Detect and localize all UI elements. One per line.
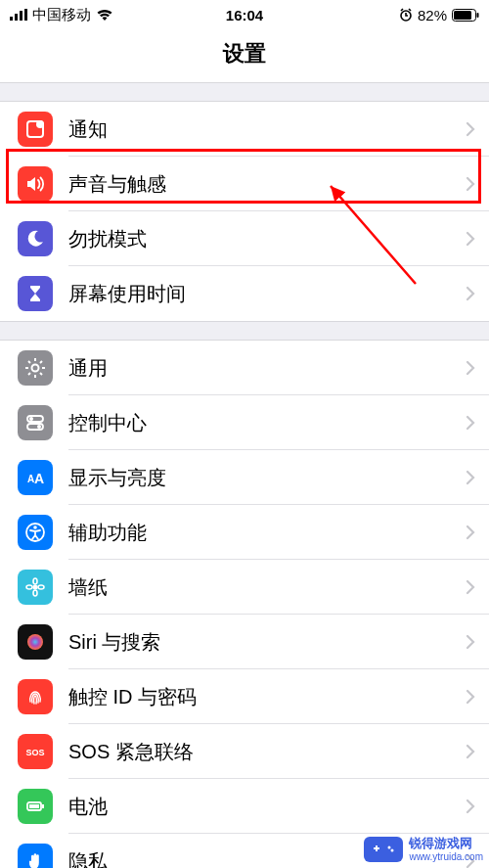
row-label: 辅助功能	[68, 520, 466, 546]
notifications-icon	[18, 112, 53, 147]
flower-icon	[18, 570, 53, 605]
battery-icon	[18, 789, 53, 824]
chevron-right-icon	[466, 579, 475, 595]
row-label: 电池	[68, 794, 466, 820]
row-label: 屏幕使用时间	[68, 281, 466, 307]
svg-rect-0	[10, 17, 13, 21]
settings-row-sounds[interactable]: 声音与触感	[0, 157, 489, 211]
chevron-right-icon	[466, 470, 475, 485]
chevron-right-icon	[466, 231, 475, 247]
svg-text:SOS: SOS	[25, 748, 44, 757]
row-label: 墙纸	[68, 574, 466, 601]
svg-point-41	[388, 846, 391, 849]
svg-rect-2	[20, 11, 22, 21]
svg-point-20	[29, 417, 33, 421]
accessibility-icon	[18, 515, 53, 550]
hand-icon	[18, 844, 53, 868]
chevron-right-icon	[466, 121, 475, 137]
status-bar: 中国移动 16:04 82%	[0, 0, 489, 29]
chevron-right-icon	[466, 689, 475, 705]
svg-point-42	[391, 849, 394, 852]
row-label: SOS 紧急联络	[68, 739, 466, 765]
chevron-right-icon	[466, 634, 475, 650]
chevron-right-icon	[466, 360, 475, 376]
svg-point-31	[38, 585, 44, 589]
svg-rect-36	[29, 804, 39, 808]
svg-rect-1	[15, 14, 18, 21]
clock: 16:04	[226, 7, 263, 23]
row-label: 触控 ID 与密码	[68, 684, 466, 710]
settings-group: 通用控制中心AA显示与亮度辅助功能墙纸Siri 与搜索触控 ID 与密码SOSS…	[0, 340, 489, 868]
carrier-label: 中国移动	[32, 6, 91, 24]
moon-icon	[18, 221, 53, 256]
svg-line-17	[28, 373, 30, 375]
sounds-icon	[18, 166, 53, 202]
row-label: Siri 与搜索	[68, 629, 466, 656]
svg-point-22	[37, 425, 41, 429]
chevron-right-icon	[466, 286, 475, 301]
wifi-icon	[96, 9, 113, 22]
chevron-right-icon	[466, 799, 475, 814]
svg-rect-7	[477, 13, 479, 18]
watermark: 锐得游戏网 www.ytruida.com	[364, 837, 483, 862]
row-label: 控制中心	[68, 410, 466, 436]
fingerprint-icon	[18, 679, 53, 714]
svg-text:A: A	[34, 471, 44, 486]
settings-row-screentime[interactable]: 屏幕使用时间	[0, 266, 489, 321]
settings-row-accessibility[interactable]: 辅助功能	[0, 505, 489, 560]
svg-point-26	[33, 525, 37, 529]
chevron-right-icon	[466, 176, 475, 192]
settings-row-wallpaper[interactable]: 墙纸	[0, 560, 489, 615]
svg-point-27	[33, 585, 38, 590]
page-title: 设置	[0, 29, 489, 83]
svg-line-15	[28, 361, 30, 363]
svg-rect-40	[376, 845, 378, 851]
settings-group: 通知声音与触感勿扰模式屏幕使用时间	[0, 101, 489, 322]
settings-row-touchid[interactable]: 触控 ID 与密码	[0, 669, 489, 724]
svg-line-16	[40, 373, 42, 375]
svg-rect-35	[42, 804, 44, 808]
gamepad-icon	[364, 837, 403, 862]
svg-rect-3	[24, 9, 27, 21]
svg-point-32	[27, 634, 43, 650]
settings-row-siri[interactable]: Siri 与搜索	[0, 615, 489, 669]
battery-pct: 82%	[418, 7, 447, 23]
settings-row-battery[interactable]: 电池	[0, 779, 489, 834]
settings-row-sos[interactable]: SOSSOS 紧急联络	[0, 724, 489, 779]
chevron-right-icon	[466, 415, 475, 431]
settings-row-controlcenter[interactable]: 控制中心	[0, 395, 489, 450]
row-label: 通知	[68, 116, 466, 143]
hourglass-icon	[18, 276, 53, 311]
svg-point-28	[33, 578, 37, 584]
siri-icon	[18, 624, 53, 660]
svg-line-18	[40, 361, 42, 363]
svg-point-30	[26, 585, 32, 589]
watermark-url: www.ytruida.com	[409, 851, 483, 862]
settings-row-display[interactable]: AA显示与亮度	[0, 450, 489, 505]
chevron-right-icon	[466, 744, 475, 759]
row-label: 通用	[68, 355, 466, 382]
sos-icon: SOS	[18, 734, 53, 769]
battery-icon	[452, 9, 479, 22]
svg-rect-6	[454, 11, 471, 20]
chevron-right-icon	[466, 525, 475, 540]
settings-row-general[interactable]: 通用	[0, 341, 489, 395]
svg-point-29	[33, 590, 37, 596]
gear-icon	[18, 350, 53, 386]
row-label: 显示与亮度	[68, 465, 466, 491]
switches-icon	[18, 405, 53, 440]
svg-point-10	[32, 365, 39, 372]
row-label: 勿扰模式	[68, 226, 466, 252]
textsize-icon: AA	[18, 460, 53, 495]
alarm-icon	[399, 8, 413, 22]
signal-icon	[10, 9, 27, 21]
row-label: 声音与触感	[68, 171, 466, 198]
watermark-brand: 锐得游戏网	[409, 837, 483, 850]
settings-row-notifications[interactable]: 通知	[0, 102, 489, 157]
svg-point-9	[36, 120, 44, 128]
settings-row-dnd[interactable]: 勿扰模式	[0, 211, 489, 266]
